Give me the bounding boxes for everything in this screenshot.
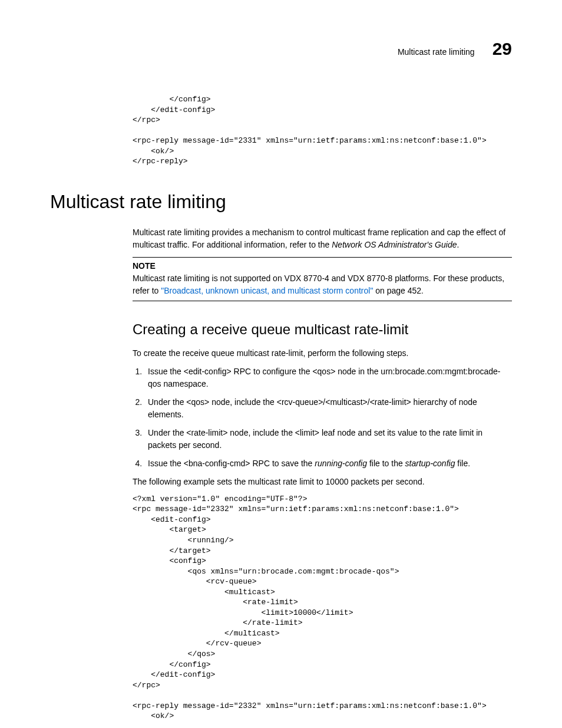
note-title: NOTE xyxy=(133,260,512,272)
section-heading: Multicast rate limiting xyxy=(50,187,512,216)
steps-list: Issue the <edit-config> RPC to configure… xyxy=(133,365,512,470)
note-link[interactable]: "Broadcast, unknown unicast, and multica… xyxy=(161,286,373,295)
step-4: Issue the <bna-config-cmd> RPC to save t… xyxy=(144,457,512,470)
step-4-mid: file to the xyxy=(367,459,405,468)
note-post: on page 452. xyxy=(373,286,424,295)
step-4-pre: Issue the <bna-config-cmd> RPC to save t… xyxy=(148,459,315,468)
step-2: Under the <qos> node, include the <rcv-q… xyxy=(144,396,512,421)
subsection-heading: Creating a receive queue multicast rate-… xyxy=(133,319,512,340)
example-intro: The following example sets the multicast… xyxy=(133,476,512,488)
header-section-label: Multicast rate limiting xyxy=(398,46,475,58)
step-3: Under the <rate-limit> node, include the… xyxy=(144,427,512,452)
step-4-post: file. xyxy=(455,459,470,468)
intro-em: Network OS Administrator's Guide xyxy=(332,240,457,249)
step-4-em1: running-config xyxy=(315,459,367,468)
page-header: Multicast rate limiting 29 xyxy=(50,35,512,62)
code-block-top: </config> </edit-config> </rpc> <rpc-rep… xyxy=(133,94,512,167)
chapter-number: 29 xyxy=(492,35,512,62)
intro-paragraph: Multicast rate limiting provides a mecha… xyxy=(133,226,512,251)
code-block-example: <?xml version="1.0" encoding="UTF-8"?> <… xyxy=(133,494,512,722)
intro-post: . xyxy=(457,240,459,249)
subsection-intro: To create the receive queue multicast ra… xyxy=(133,347,512,360)
note-body: Multicast rate limiting is not supported… xyxy=(133,272,512,297)
note-box: NOTE Multicast rate limiting is not supp… xyxy=(133,257,512,301)
step-1: Issue the <edit-config> RPC to configure… xyxy=(144,365,512,390)
step-4-em2: startup-config xyxy=(405,459,455,468)
